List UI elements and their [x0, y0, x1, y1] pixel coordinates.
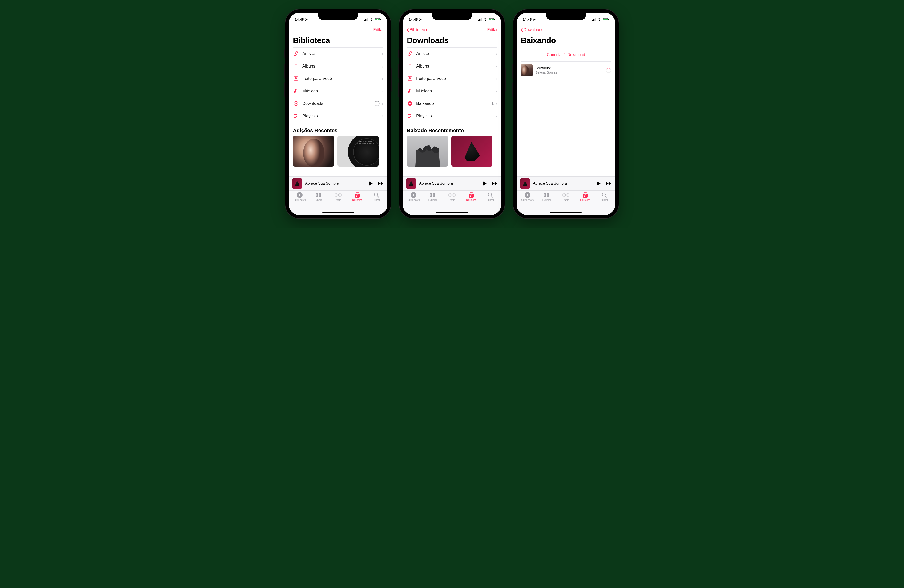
tab-label: Buscar	[601, 199, 608, 201]
svg-rect-0	[364, 20, 365, 21]
download-artist: Selena Gomez	[535, 71, 603, 75]
wifi-icon	[597, 18, 602, 21]
tab-browse[interactable]: Explorar	[425, 192, 441, 211]
row-made-for-you[interactable]: Feito para Você ›	[293, 73, 383, 85]
download-circle-icon	[293, 101, 299, 106]
library-icon	[468, 192, 474, 198]
tab-library[interactable]: Biblioteca	[577, 192, 593, 211]
chevron-right-icon: ›	[496, 114, 497, 119]
home-indicator[interactable]	[550, 212, 582, 213]
row-songs[interactable]: Músicas ›	[407, 85, 497, 98]
downloads-list: Artistas › Álbuns › Feito para Você › Mú…	[407, 47, 497, 122]
tab-label: Ouvir Agora	[521, 199, 534, 201]
album-art[interactable]	[407, 136, 448, 167]
tab-listen-now[interactable]: Ouvir Agora	[406, 192, 421, 211]
tab-library[interactable]: Biblioteca	[349, 192, 365, 211]
location-icon: ➤	[305, 17, 308, 21]
location-icon: ➤	[533, 17, 536, 21]
edit-button[interactable]: Editar	[487, 27, 498, 32]
chevron-left-icon	[520, 27, 523, 32]
tab-listen-now[interactable]: Ouvir Agora	[520, 192, 535, 211]
forward-button[interactable]	[605, 180, 612, 187]
chevron-left-icon	[406, 27, 409, 32]
grid-icon	[316, 192, 322, 198]
row-albums[interactable]: Álbuns ›	[293, 60, 383, 73]
cancel-downloads-button[interactable]: Cancelar 1 Download	[521, 47, 611, 61]
tab-radio[interactable]: Rádio	[558, 192, 574, 211]
row-artists[interactable]: Artistas ›	[293, 47, 383, 60]
row-playlists[interactable]: Playlists ›	[407, 110, 497, 122]
svg-rect-41	[469, 193, 473, 193]
svg-point-60	[602, 193, 605, 196]
mini-player[interactable]: Abrace Sua Sombra	[517, 177, 615, 190]
row-songs[interactable]: Músicas ›	[293, 85, 383, 98]
svg-rect-38	[433, 195, 435, 197]
tab-bar: Ouvir Agora Explorar Rádio Biblioteca Bu…	[403, 190, 501, 215]
forward-button[interactable]	[491, 180, 498, 187]
forward-button[interactable]	[377, 180, 384, 187]
back-label: Downloads	[523, 27, 543, 32]
cellular-icon	[592, 18, 596, 21]
svg-point-17	[337, 194, 339, 196]
svg-rect-1	[365, 19, 366, 21]
tab-search[interactable]: Buscar	[597, 192, 612, 211]
svg-rect-25	[481, 18, 482, 21]
section-header: Adições Recentes	[293, 128, 383, 134]
radio-icon	[563, 192, 569, 198]
svg-rect-54	[544, 195, 546, 197]
svg-rect-19	[356, 193, 359, 193]
tab-radio[interactable]: Rádio	[444, 192, 460, 211]
tab-browse[interactable]: Explorar	[311, 192, 327, 211]
play-circle-icon	[411, 192, 417, 198]
download-item[interactable]: Boyfriend Selena Gomez	[521, 61, 611, 79]
row-playlists[interactable]: Playlists ›	[293, 110, 383, 122]
tab-library[interactable]: Biblioteca	[463, 192, 479, 211]
mini-player[interactable]: Abrace Sua Sombra	[289, 177, 387, 190]
row-downloading[interactable]: Baixando 1›	[407, 98, 497, 110]
location-icon: ➤	[419, 17, 422, 21]
download-art	[521, 65, 533, 76]
album-art[interactable]: BREAK MY SOUL (THE QUEENS REMIX)	[337, 136, 379, 167]
tab-label: Rádio	[335, 199, 341, 201]
row-label: Artistas	[302, 51, 378, 56]
library-icon	[582, 192, 588, 198]
now-playing-title: Abrace Sua Sombra	[305, 181, 364, 186]
wifi-icon	[483, 18, 488, 21]
play-button[interactable]	[481, 180, 488, 187]
chevron-right-icon: ›	[496, 63, 497, 69]
play-button[interactable]	[595, 180, 602, 187]
back-button[interactable]: Biblioteca	[406, 27, 427, 32]
tab-search[interactable]: Buscar	[483, 192, 498, 211]
page-title: Biblioteca	[293, 36, 383, 45]
row-made-for-you[interactable]: Feito para Você ›	[407, 73, 497, 85]
row-downloads[interactable]: Downloads ›	[293, 98, 383, 110]
tab-search[interactable]: Buscar	[369, 192, 384, 211]
home-indicator[interactable]	[436, 212, 468, 213]
phone-frame: 14:45 ➤ Biblioteca Editar Downloads Arti…	[399, 9, 505, 218]
tab-listen-now[interactable]: Ouvir Agora	[292, 192, 307, 211]
row-albums[interactable]: Álbuns ›	[407, 60, 497, 73]
back-button[interactable]: Downloads	[520, 27, 543, 32]
tab-label: Buscar	[373, 199, 380, 201]
svg-rect-59	[584, 192, 587, 192]
chevron-right-icon: ›	[382, 101, 383, 106]
svg-rect-30	[408, 65, 412, 68]
row-artists[interactable]: Artistas ›	[407, 47, 497, 60]
cellular-icon	[478, 18, 482, 21]
home-indicator[interactable]	[322, 212, 354, 213]
mini-player[interactable]: Abrace Sua Sombra	[403, 177, 501, 190]
play-button[interactable]	[367, 180, 374, 187]
tab-bar: Ouvir Agora Explorar Rádio Biblioteca Bu…	[289, 190, 387, 215]
person-square-icon	[407, 76, 413, 81]
album-icon	[293, 64, 299, 68]
tab-radio[interactable]: Rádio	[330, 192, 346, 211]
edit-button[interactable]: Editar	[373, 27, 384, 32]
tab-browse[interactable]: Explorar	[539, 192, 555, 211]
row-label: Músicas	[302, 89, 378, 94]
svg-rect-23	[479, 19, 480, 21]
tab-label: Ouvir Agora	[407, 199, 420, 201]
back-label: Biblioteca	[409, 27, 427, 32]
album-art[interactable]	[293, 136, 334, 167]
album-art[interactable]	[451, 136, 493, 167]
tab-label: Ouvir Agora	[293, 199, 306, 201]
